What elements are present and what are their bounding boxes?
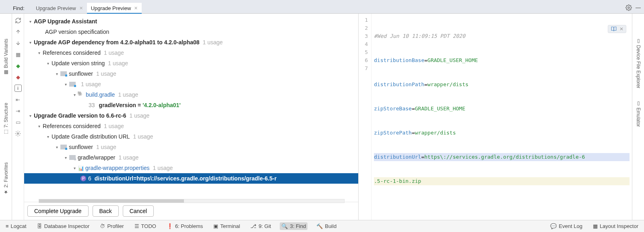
sidebar-tab-favorites[interactable]: ★2: Favorites: [0, 160, 12, 197]
match-text[interactable]: gradleVersion =: [99, 102, 143, 108]
indent-left-icon[interactable]: ⇤: [14, 96, 22, 103]
settings-icon[interactable]: [625, 4, 632, 11]
bottom-git[interactable]: ⎇9: Git: [249, 222, 272, 230]
tree-refs-label: References considered: [43, 123, 101, 129]
complete-upgrade-button[interactable]: Complete Upgrade: [27, 205, 89, 217]
chevron-down-icon[interactable]: ▾: [54, 145, 60, 149]
panel-icon[interactable]: ▭: [14, 118, 22, 126]
layout-icon[interactable]: ▦: [14, 51, 22, 58]
prev-diff-icon[interactable]: ◆: [14, 62, 22, 69]
module-folder-icon: [69, 82, 76, 87]
usage-count: 1 usage: [96, 70, 116, 77]
next-diff-icon[interactable]: ◆: [14, 73, 22, 81]
tree-update-url: Update Gradle distribution URL: [52, 133, 130, 140]
chevron-down-icon[interactable]: ▾: [36, 51, 42, 55]
chevron-down-icon[interactable]: ▾: [27, 114, 33, 118]
chevron-down-icon[interactable]: ▾: [27, 40, 33, 45]
tab-label: Upgrade Preview: [36, 5, 76, 11]
tree-update-version: Update version string: [52, 60, 105, 66]
usage-count: 1 usage: [118, 91, 138, 98]
usage-count: 1 usage: [108, 60, 128, 66]
sidebar-tab-emulator[interactable]: ▯Emulator: [636, 100, 641, 127]
close-icon[interactable]: ✕: [79, 6, 83, 11]
tree-selected-match[interactable]: P6distributionUrl=https\://services.grad…: [24, 173, 358, 184]
bottom-find[interactable]: 🔍3: Find: [280, 222, 308, 230]
chevron-down-icon[interactable]: ▾: [63, 155, 68, 160]
cancel-button[interactable]: Cancel: [123, 205, 154, 217]
usages-tree-pane: ▾AGP Upgrade Assistant AGP version speci…: [24, 14, 358, 220]
tab-upgrade-preview-1[interactable]: Upgrade Preview✕: [32, 3, 87, 14]
back-button[interactable]: Back: [93, 205, 119, 217]
sidebar-tab-device-file-explorer[interactable]: ▯Device File Explorer: [636, 38, 641, 88]
tree-agp-title: Upgrade AGP dependency from 4.2.0-alpha0…: [34, 39, 200, 46]
project-folder-icon: [60, 145, 67, 149]
minimize-icon[interactable]: —: [636, 4, 641, 10]
usage-count: 1 usage: [133, 133, 153, 140]
sidebar-tab-build-variants[interactable]: ▦Build Variants: [0, 36, 12, 78]
bottom-problems[interactable]: ❗6: Problems: [165, 222, 204, 230]
bottom-terminal[interactable]: ▣Terminal: [212, 222, 242, 230]
tree-file-link[interactable]: build.gradle: [86, 91, 115, 98]
chevron-down-icon[interactable]: ▾: [45, 61, 51, 66]
refresh-icon[interactable]: [14, 17, 22, 24]
bottom-database-inspector[interactable]: 🗄Database Inspector: [35, 222, 91, 230]
left-tool-strip: ▦Build Variants ⬚7: Structure ★2: Favori…: [0, 14, 12, 220]
usage-count: 1 usage: [104, 123, 124, 129]
line-number: 33: [89, 102, 95, 108]
tree-project[interactable]: sunflower: [69, 144, 93, 150]
find-tab-bar: Find: Upgrade Preview✕ Upgrade Preview✕ …: [0, 3, 644, 14]
chevron-down-icon[interactable]: ▾: [45, 135, 51, 139]
svg-point-0: [628, 7, 630, 8]
chevron-down-icon[interactable]: ▾: [63, 82, 68, 87]
editor-gutter: 1 2 3 4 5 6 7: [359, 14, 372, 220]
right-tool-strip: ▯Device File Explorer ▯Emulator: [632, 14, 644, 220]
usage-count: 1 usage: [104, 50, 124, 56]
bottom-todo[interactable]: ☰TODO: [133, 222, 158, 230]
tree-file-link[interactable]: gradle-wrapper.properties: [85, 165, 150, 171]
tree-root-title: AGP Upgrade Assistant: [34, 18, 97, 25]
chevron-down-icon[interactable]: ▾: [72, 166, 77, 170]
tree-gradle-title: Upgrade Gradle version to 6.6-rc-6: [34, 112, 126, 119]
editor-code[interactable]: #Wed Jun 10 11:09:15 PDT 2020 distributi…: [372, 14, 632, 220]
scrollbar-thumb[interactable]: [39, 199, 184, 203]
close-icon[interactable]: ✕: [134, 6, 138, 11]
usage-count: 1 usage: [203, 39, 223, 46]
tab-upgrade-preview-2[interactable]: Upgrade Preview✕: [87, 3, 142, 14]
folder-icon: [69, 155, 76, 160]
bottom-build[interactable]: 🔨Build: [315, 222, 338, 230]
tree-project[interactable]: sunflower: [69, 70, 93, 77]
project-folder-icon: [60, 71, 67, 76]
chevron-down-icon[interactable]: ▾: [72, 93, 77, 97]
tree-refs-label: References considered: [43, 50, 101, 56]
horizontal-scrollbar[interactable]: [39, 199, 345, 203]
find-toolstrip: ▦ ◆ ◆ i ⇤ ⇥ ▭: [12, 14, 24, 220]
usage-count: 1 usage: [130, 112, 150, 119]
line-number: 6: [88, 175, 91, 182]
svg-point-1: [17, 133, 19, 134]
usage-count: 1 usage: [153, 165, 173, 171]
tab-label: Upgrade Preview: [91, 5, 131, 11]
tree-folder[interactable]: gradle/wrapper: [78, 154, 115, 161]
usage-count: 1 usage: [96, 144, 116, 150]
arrow-up-icon[interactable]: [14, 28, 22, 35]
bottom-profiler[interactable]: ⏱Profiler: [98, 222, 125, 230]
arrow-down-icon[interactable]: [14, 39, 22, 47]
bottom-logcat[interactable]: ≡Logcat: [4, 222, 28, 230]
match-text: distributionUrl=https\://services.gradle…: [95, 175, 277, 182]
reader-mode-badge[interactable]: ✕: [608, 25, 626, 33]
chevron-down-icon[interactable]: ▾: [27, 19, 33, 24]
gradle-file-icon: [78, 92, 84, 97]
usage-count: 1 usage: [118, 154, 138, 161]
editor-preview-pane: 1 2 3 4 5 6 7 #Wed Jun 10 11:09:15 PDT 2…: [358, 14, 632, 220]
info-icon[interactable]: i: [14, 85, 22, 92]
tree-root-subtitle: AGP version specification: [45, 29, 109, 35]
sidebar-tab-structure[interactable]: ⬚7: Structure: [0, 100, 12, 137]
properties-file-icon: 📊: [78, 166, 83, 171]
chevron-down-icon[interactable]: ▾: [54, 72, 60, 76]
indent-right-icon[interactable]: ⇥: [14, 107, 22, 114]
find-label: Find:: [13, 5, 25, 11]
property-icon: P: [80, 176, 86, 181]
chevron-down-icon[interactable]: ▾: [36, 124, 42, 128]
match-value: '4.2.0-alpha01': [142, 102, 181, 108]
gear-icon[interactable]: [14, 130, 22, 137]
